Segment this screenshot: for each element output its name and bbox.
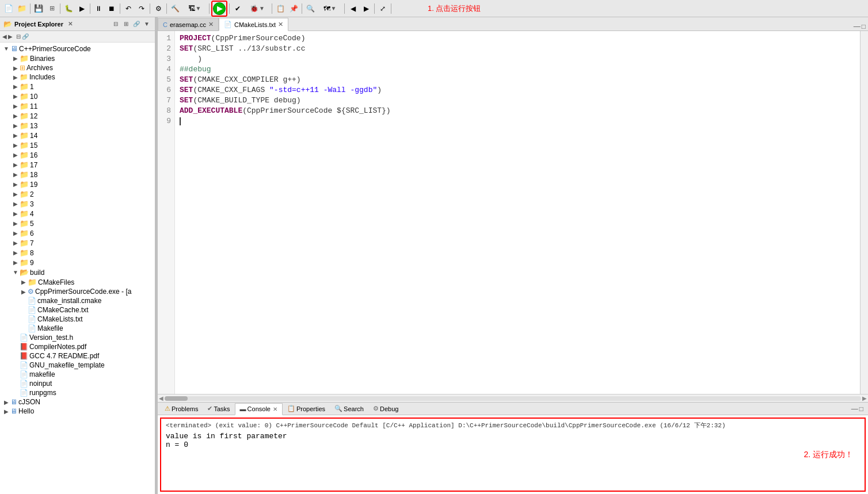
sidebar-item-makefile2[interactable]: 📄 makefile	[0, 370, 155, 379]
toolbar-btn-next[interactable]: ▶	[360, 2, 372, 15]
sidebar-item-6[interactable]: ▶📁6	[0, 228, 155, 238]
sidebar-item-1[interactable]: ▶📁1	[0, 82, 155, 91]
toolbar-btn-search[interactable]: 🔍	[304, 2, 317, 15]
toolbar-btn-saveall[interactable]: ⊞	[45, 2, 58, 15]
sidebar-item-9[interactable]: ▶📁9	[0, 258, 155, 267]
bottom-minimize-icon[interactable]: —	[851, 405, 858, 413]
sidebar-item-12[interactable]: ▶📁12	[0, 111, 155, 121]
tab-tasks[interactable]: ✔ Tasks	[203, 403, 234, 415]
sidebar-item-binaries[interactable]: ▶ 📁 Binaries	[0, 53, 155, 63]
sidebar-item-14[interactable]: ▶📁14	[0, 131, 155, 140]
tab-problems[interactable]: ⚠ Problems	[160, 403, 203, 415]
toolbar-btn-back[interactable]: ↶	[122, 2, 135, 15]
scroll-right-arrow[interactable]: ▶	[862, 395, 867, 401]
sidebar-item-3[interactable]: ▶📁3	[0, 199, 155, 209]
tab-cmakelists[interactable]: 📄 CMakeLists.txt ✕	[219, 18, 288, 31]
toolbar-btn-pause[interactable]: ⏸	[92, 2, 105, 15]
tab-cmakelists-close[interactable]: ✕	[278, 21, 283, 28]
sidebar-item-10[interactable]: ▶📁10	[0, 91, 155, 101]
sidebar-item-16[interactable]: ▶📁16	[0, 150, 155, 160]
toolbar-btn-copy[interactable]: 📋	[274, 2, 287, 15]
sidebar-item-7[interactable]: ▶📁7	[0, 238, 155, 248]
toolbar-btn-compile[interactable]: 🔨	[169, 2, 181, 15]
sidebar-item-exe[interactable]: ▶ ⚙ CppPrimerSourceCode.exe - [a	[0, 287, 155, 296]
sidebar-link2[interactable]: 🔗	[22, 33, 29, 40]
sidebar-item-17[interactable]: ▶📁17	[0, 160, 155, 170]
sidebar: 📂 Project Explorer ✕ ⊟ ⊞ 🔗 ▼ ◀ ▶ ⊟ 🔗 ▼	[0, 17, 155, 494]
tab-erasemap-close[interactable]: ✕	[208, 21, 214, 28]
scroll-thumb[interactable]	[165, 396, 188, 401]
sidebar-item-cjson[interactable]: ▶ 🖥 cJSON	[0, 397, 155, 407]
horizontal-scrollbar[interactable]: ◀ ▶	[158, 394, 868, 402]
code-editor[interactable]: PROJECT(CppPrimerSourceCode) SET(SRC_LIS…	[175, 31, 860, 394]
problems-label: Problems	[172, 405, 198, 412]
run-button[interactable]: ▶	[213, 2, 226, 15]
toolbar-btn-run-ext[interactable]: ▶	[75, 2, 88, 15]
sidebar-collapse-all[interactable]: ⊟	[16, 33, 21, 40]
sidebar-item-13[interactable]: ▶📁13	[0, 121, 155, 131]
sidebar-item-includes[interactable]: ▶ 📁 Includes	[0, 72, 155, 82]
sidebar-expand-icon[interactable]: ⊞	[121, 20, 131, 29]
toolbar-btn-expand[interactable]: ⤢	[376, 2, 389, 15]
toolbar-btn-build[interactable]: 🏗▼	[182, 2, 207, 15]
tab-properties[interactable]: 📋 Properties	[283, 403, 330, 415]
sidebar-item-cmakefiles[interactable]: ▶ 📁 CMakeFiles	[0, 277, 155, 287]
sidebar-item-19[interactable]: ▶📁19	[0, 179, 155, 189]
editor-minimize-icon[interactable]: —	[854, 22, 861, 30]
sidebar-item-11[interactable]: ▶📁11	[0, 101, 155, 111]
sidebar-item-cmakecache[interactable]: 📄 CMakeCache.txt	[0, 305, 155, 315]
scroll-left-arrow[interactable]: ◀	[159, 395, 163, 401]
sidebar-item-build[interactable]: ▼ 📂 build	[0, 267, 155, 277]
toolbar-btn-check[interactable]: ✔	[231, 2, 244, 15]
sidebar-link-icon[interactable]: 🔗	[132, 20, 141, 29]
sidebar-nav-fwd[interactable]: ▶	[8, 33, 13, 40]
toolbar-btn-paste[interactable]: 📌	[287, 2, 300, 15]
sidebar-item-5[interactable]: ▶📁5	[0, 219, 155, 228]
line-num-5: 5	[158, 75, 174, 85]
sidebar-nav-back[interactable]: ◀	[2, 33, 7, 40]
sidebar-item-archives[interactable]: ▶ ⊞ Archives	[0, 63, 155, 72]
toolbar-btn-debug[interactable]: 🐛	[62, 2, 75, 15]
scroll-track[interactable]	[165, 396, 861, 401]
toolbar-btn-prev[interactable]: ◀	[347, 2, 359, 15]
toolbar-btn-open[interactable]: 📁	[16, 2, 28, 15]
toolbar-btn-bug2[interactable]: 🐞▼	[245, 2, 270, 15]
toolbar-btn-nav[interactable]: 🗺▼	[317, 2, 342, 15]
sidebar-item-compilernotes[interactable]: 📕 CompilerNotes.pdf	[0, 342, 155, 351]
sidebar-item-18[interactable]: ▶📁18	[0, 170, 155, 179]
editor-maximize-icon[interactable]: □	[862, 22, 866, 30]
toolbar-btn-save[interactable]: 💾	[32, 2, 45, 15]
bottom-maximize-icon[interactable]: □	[859, 405, 863, 413]
tab-erasemap[interactable]: C erasemap.cc ✕	[158, 18, 219, 30]
sidebar-item-noinput[interactable]: 📄 noinput	[0, 379, 155, 388]
search-label: Search	[344, 405, 364, 412]
editor-pane[interactable]: 1 2 3 4 5 6 7 8 9 PROJECT(CppPrimerSourc…	[158, 31, 868, 394]
sidebar-item-runpgms[interactable]: 📄 runpgms	[0, 388, 155, 397]
tab-search[interactable]: 🔍 Search	[330, 403, 368, 415]
sidebar-item-makefile[interactable]: 📄 Makefile	[0, 324, 155, 333]
sidebar-collapse-icon[interactable]: ⊟	[111, 20, 120, 29]
right-scrollbar[interactable]	[860, 31, 868, 394]
sidebar-item-hello[interactable]: ▶ 🖥 Hello	[0, 407, 155, 416]
sidebar-item-cmake-install[interactable]: 📄 cmake_install.cmake	[0, 296, 155, 305]
sidebar-close-icon[interactable]: ✕	[68, 21, 73, 27]
sidebar-item-root[interactable]: ▼ 🖥 C++PrimerSourceCode	[0, 44, 155, 53]
toolbar-btn-forward[interactable]: ↷	[135, 2, 148, 15]
sidebar-item-8[interactable]: ▶📁8	[0, 248, 155, 258]
sidebar-item-gnu-makefile[interactable]: 📄 GNU_makefile_template	[0, 361, 155, 370]
sidebar-item-version[interactable]: 📄 Version_test.h	[0, 333, 155, 342]
sidebar-item-15[interactable]: ▶📁15	[0, 140, 155, 150]
toolbar-btn-stop[interactable]: ⏹	[105, 2, 118, 15]
sidebar-item-4[interactable]: ▶📁4	[0, 209, 155, 219]
tab-erasemap-label: erasemap.cc	[170, 21, 206, 28]
console-tab-close[interactable]: ✕	[273, 406, 277, 412]
toolbar-btn-settings[interactable]: ⚙	[152, 2, 165, 15]
sidebar-item-2[interactable]: ▶📁2	[0, 189, 155, 199]
toolbar-btn-new[interactable]: 📄	[2, 2, 15, 15]
tab-console[interactable]: ▬ Console ✕	[235, 403, 283, 415]
tab-debug[interactable]: ⚙ Debug	[368, 403, 403, 415]
tab-cmakelists-label: CMakeLists.txt	[234, 21, 276, 28]
sidebar-item-gcc-readme[interactable]: 📕 GCC 4.7 README.pdf	[0, 351, 155, 361]
sidebar-menu-icon[interactable]: ▼	[142, 20, 151, 29]
sidebar-item-cmakelists-build[interactable]: 📄 CMakeLists.txt	[0, 315, 155, 324]
